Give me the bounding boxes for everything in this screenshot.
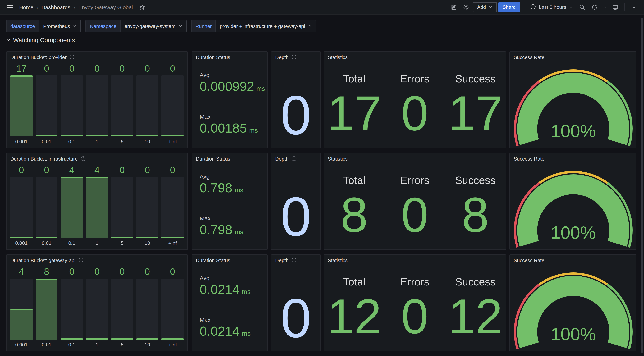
panel-title: Depth [275, 54, 288, 60]
panel-header[interactable]: Statistics [324, 52, 506, 62]
bar-track [111, 76, 133, 136]
bar-fill [36, 278, 58, 340]
gauge-value: 100% [551, 121, 596, 141]
max-value: 0.0214 [200, 324, 240, 338]
time-range-picker[interactable]: Last 6 hours [528, 4, 576, 10]
stat-label: Errors [400, 73, 429, 85]
breadcrumb-home[interactable]: Home [19, 4, 34, 10]
panel-header[interactable]: Duration Bucket: provider [6, 52, 188, 62]
breadcrumb-dashboards[interactable]: Dashboards [42, 4, 70, 10]
refresh-interval-caret[interactable] [602, 2, 608, 12]
time-range-label: Last 6 hours [539, 4, 566, 10]
info-icon[interactable] [69, 54, 74, 60]
bar-gauge-chart: 0044000 0.0010.010.11510+Inf [10, 165, 184, 247]
panel-header[interactable]: Depth [272, 52, 320, 62]
bar-value: 0 [10, 165, 32, 176]
bar-track [36, 278, 58, 340]
bar-track [61, 278, 83, 340]
stat-value: 12 [327, 292, 382, 341]
variable-value-dropdown[interactable]: provider + infrastructure + gateway-api [216, 20, 316, 32]
toolbar-divider [524, 3, 524, 11]
variable-value-dropdown[interactable]: Prometheus [39, 20, 81, 32]
panel-header[interactable]: Success Rate [510, 52, 636, 62]
info-icon[interactable] [291, 54, 296, 60]
info-icon[interactable] [291, 156, 296, 161]
stat-label: Success [455, 175, 496, 186]
info-icon[interactable] [80, 156, 86, 161]
stat-label: Errors [400, 175, 429, 186]
panel-header[interactable]: Success Rate [510, 153, 636, 164]
stat-label: Success [455, 73, 496, 85]
row-section-toggle[interactable]: Watching Components [6, 37, 75, 44]
chevron-down-icon [179, 24, 182, 28]
bucket-axis-label: 0.01 [36, 139, 58, 146]
menu-icon[interactable] [4, 2, 15, 12]
bar-value: 4 [10, 266, 32, 277]
bucket-axis-label: 0.001 [10, 342, 32, 349]
info-icon[interactable] [78, 258, 84, 263]
panel-header[interactable]: Success Rate [510, 255, 636, 266]
duration-bucket-panel: Duration Bucket: infrastructure 0044000 … [6, 153, 188, 250]
avg-stat: Avg 0.0214 ms [200, 275, 264, 296]
statistics-grid: Total 12 Errors 0 Success 12 [324, 266, 506, 351]
variable-namespace: Namespace envoy-gateway-system [86, 20, 187, 32]
panel-header[interactable]: Duration Status [192, 52, 267, 62]
panel-title: Statistics [328, 257, 348, 263]
bar-tracks [10, 177, 184, 238]
top-nav-bar: Home › Dashboards › Envoy Gateway Global… [0, 0, 644, 14]
duration-status-panel: Duration Status Avg 0.000992 ms Max 0.00… [192, 51, 268, 148]
variable-value-dropdown[interactable]: envoy-gateway-system [121, 20, 187, 32]
bar-track [162, 177, 184, 238]
star-icon[interactable] [137, 2, 148, 12]
bar-values: 17000000 [10, 63, 184, 74]
gear-icon[interactable] [460, 2, 471, 12]
bar-fill [162, 237, 184, 238]
collapse-toolbar-chevron[interactable] [629, 2, 640, 12]
bar-value: 4 [86, 165, 108, 176]
stat-label: Total [343, 175, 366, 186]
save-icon[interactable] [448, 2, 459, 12]
bucket-axis-label: 10 [136, 342, 158, 349]
depth-panel: Depth 0 [271, 254, 321, 352]
bar-tracks [10, 278, 184, 340]
breadcrumb-separator: › [74, 4, 75, 10]
bucket-axis-label: +Inf [162, 240, 184, 247]
statistics-panel: Statistics Total 12 Errors 0 Success 12 [324, 254, 506, 352]
add-button[interactable]: Add [473, 2, 496, 12]
panel-header[interactable]: Duration Bucket: infrastructure [6, 153, 188, 164]
panel-header[interactable]: Duration Status [192, 255, 267, 266]
duration-bucket-panel: Duration Bucket: gateway-api 4800000 0.0… [6, 254, 188, 352]
panel-header[interactable]: Duration Bucket: gateway-api [6, 255, 188, 266]
gauge-value: 100% [551, 223, 596, 242]
duration-bucket-panel: Duration Bucket: provider 17000000 0.001… [6, 51, 188, 148]
zoom-out-icon[interactable] [577, 2, 588, 12]
bar-values: 0044000 [10, 165, 184, 176]
share-button[interactable]: Share [498, 2, 520, 12]
bucket-axis-label: 0.001 [10, 240, 32, 247]
stat-value: 17 [448, 89, 503, 138]
bucket-axis-label: 1 [86, 139, 108, 146]
refresh-icon[interactable] [589, 2, 600, 12]
page-scrollbar[interactable] [640, 18, 643, 353]
bar-value: 17 [10, 63, 32, 74]
bar-fill [36, 135, 58, 136]
breadcrumb: Home › Dashboards › Envoy Gateway Global [19, 4, 133, 10]
max-value: 0.00185 [200, 121, 247, 135]
bucket-axis-label: 10 [136, 240, 158, 247]
gauge-svg: 100% [510, 164, 637, 250]
info-icon[interactable] [291, 258, 296, 263]
panel-header[interactable]: Duration Status [192, 153, 267, 164]
chevron-down-icon [488, 5, 492, 9]
bar-track [136, 76, 158, 136]
panel-header[interactable]: Statistics [324, 153, 506, 164]
bar-track [86, 177, 108, 238]
panel-header[interactable]: Depth [272, 255, 320, 266]
gauge-svg: 100% [510, 62, 637, 149]
bar-track [10, 278, 32, 340]
bar-fill [111, 237, 133, 238]
kiosk-monitor-icon[interactable] [610, 2, 620, 12]
bar-track [162, 76, 184, 136]
bucket-axis-label: 5 [111, 240, 133, 247]
panel-header[interactable]: Statistics [324, 255, 506, 266]
panel-header[interactable]: Depth [272, 153, 320, 164]
